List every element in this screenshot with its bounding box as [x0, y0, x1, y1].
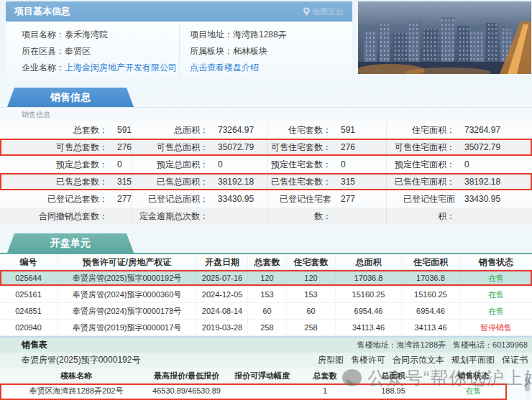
- field-value: 0: [341, 156, 346, 173]
- field-label: 住宅套数：: [268, 121, 331, 139]
- field-value: 73264.97: [218, 121, 254, 139]
- unit-permit: 奉贤房管(2024)预字0000360号: [58, 287, 197, 302]
- map-locate-label: 地图定位: [312, 6, 344, 17]
- table-row: 预定总套数：0 预定总面积：0 预定住宅套数：0 预定住宅面积：0: [0, 156, 532, 173]
- building-name: 奉贤区海湾路1288弄202号: [0, 383, 152, 400]
- status-badge: 在售: [440, 383, 507, 400]
- unit-total: 258: [248, 320, 287, 335]
- field-label: 已登记住宅面积：: [387, 190, 455, 208]
- field-label: 预定总面积：: [132, 156, 208, 173]
- project-photo: [358, 1, 531, 74]
- unit-total: 60: [248, 303, 287, 319]
- unit-id: 025644: [0, 270, 58, 286]
- unit-res: 258: [287, 320, 336, 335]
- company-label: 企业名称：: [22, 62, 65, 73]
- project-name-label: 项目名称：: [22, 29, 65, 39]
- opening-units-header-row: 编号 预售许可证/房地产权证 开盘日期 总套数 住宅套数 总面积 住宅面积 销售…: [0, 253, 532, 270]
- table-row-highlighted: 已售总套数：315 已售总面积：38192.18 已售住宅套数：315 已售住宅…: [0, 173, 532, 190]
- scrollbar-thumb[interactable]: [525, 377, 530, 391]
- tab-sales-info[interactable]: 销售信息: [7, 88, 134, 107]
- map-pin-icon: [303, 7, 310, 16]
- company-link[interactable]: 上海金闵房地产开发有限公司: [65, 62, 177, 73]
- sales-office-phone: 售楼电话：60139968: [453, 340, 528, 350]
- top-section: 项目基本信息 地图定位 项目名称：泰禾海湾院 所在区县：奉贤区 企业名称：上海金…: [0, 0, 532, 78]
- sales-info-table: 总套数：591 总面积：73264.97 住宅套数：591 住宅面积：73264…: [0, 121, 532, 225]
- sales-office-address: 售楼地址：海湾路1288弄: [357, 340, 446, 350]
- status-badge: 在售: [460, 270, 532, 286]
- plate-value: 柘林板块: [233, 46, 267, 56]
- opening-unit-row[interactable]: 024851 奉贤房管(2024)预字0000178号 2024-08-14 6…: [0, 303, 532, 320]
- column-header: 楼栋名称: [0, 368, 152, 383]
- field-label: [387, 208, 455, 225]
- map-locate-link[interactable]: 地图定位: [303, 6, 344, 17]
- unit-permit: 奉贤房管(2019)预字0000017号: [58, 320, 197, 335]
- district-value: 奉贤区: [65, 46, 91, 56]
- scrollbar[interactable]: [525, 368, 530, 399]
- project-info-right-col: 项目地址：海湾路1288弄 所属板块：柘林板块 点击查看楼盘介绍: [179, 24, 352, 78]
- contract-sample-link[interactable]: 合同示范文本: [393, 354, 444, 366]
- column-header: 最高报价/最低报价: [152, 368, 221, 383]
- opening-unit-row[interactable]: 025161 奉贤房管(2024)预字0000360号 2024-12-05 1…: [0, 287, 532, 303]
- tab-opening-units[interactable]: 开盘单元: [7, 233, 134, 253]
- status-badge: 在售: [460, 287, 532, 302]
- field-label: 可售住宅面积：: [387, 139, 455, 156]
- field-label: 可售总面积：: [132, 139, 208, 156]
- table-row: 合同撤销总套数： 定金逾期总次数：: [0, 208, 532, 225]
- field-label: [268, 208, 331, 225]
- field-value: 277: [117, 190, 132, 208]
- permit-number: 奉贤房管(2025)预字0000192号: [22, 354, 140, 366]
- table-row: 已登记总套数：277 已登记总面积：33430.95 已登记住宅套数：277 已…: [0, 190, 532, 208]
- field-label: 已登记总面积：: [132, 190, 208, 208]
- field-label: 合同撤销总套数：: [0, 208, 108, 225]
- column-header: 住宅面积: [402, 254, 460, 269]
- sales-table-section: 销售表 售楼地址：海湾路1288弄 售楼电话：60139968 奉贤房管(202…: [0, 338, 532, 400]
- field-label: 已售住宅面积：: [387, 173, 455, 190]
- field-label: 已登记总套数：: [0, 190, 108, 208]
- opening-unit-row-featured[interactable]: 025644 奉贤房管(2025)预字0000192号 2025-07-16 1…: [0, 270, 532, 287]
- table-row-highlighted: 可售总套数：276 可售总面积：35072.79 可售住宅套数：276 可售住宅…: [0, 139, 532, 156]
- field-value: 0: [218, 156, 223, 173]
- unit-res-area: 6954.46: [402, 303, 460, 319]
- building-row[interactable]: 奉贤区海湾路1288弄202号 46530.89/46530.89 1 188.…: [0, 383, 507, 400]
- sales-permit-link[interactable]: 售楼许可: [351, 354, 385, 366]
- unit-area: 34113.46: [336, 320, 402, 335]
- unit-date: 2019-03-28: [197, 320, 248, 335]
- project-panel-title: 项目基本信息: [14, 5, 70, 18]
- opening-units-section: 开盘单元 编号 预售许可证/房地产权证 开盘日期 总套数 住宅套数 总面积 住宅…: [0, 233, 532, 338]
- sales-info-section: 销售信息 销售信息 总套数：591 总面积：73264.97 住宅套数：591 …: [0, 88, 532, 225]
- field-value: 33430.95: [218, 190, 254, 208]
- field-label: 可售住宅套数：: [268, 139, 331, 156]
- field-label: 预定住宅面积：: [387, 156, 455, 173]
- unit-total: 153: [248, 287, 287, 302]
- column-header: 报价可浮动幅度: [221, 368, 303, 383]
- field-label: 已售总套数：: [0, 173, 108, 190]
- column-header: 销售状态: [460, 254, 532, 269]
- field-label: 定金逾期总次数：: [132, 208, 208, 225]
- floor-plan-link[interactable]: 房型图: [318, 354, 344, 366]
- unit-id: 025161: [0, 287, 58, 302]
- tab-sales-info-label: 销售信息: [50, 91, 91, 103]
- column-header: 开盘日期: [197, 254, 248, 269]
- project-basic-info-panel: 项目基本信息 地图定位 项目名称：泰禾海湾院 所在区县：奉贤区 企业名称：上海金…: [6, 1, 352, 78]
- estate-intro-link[interactable]: 点击查看楼盘介绍: [190, 62, 259, 73]
- sales-table-header-row: 楼栋名称 最高报价/最低报价 报价可浮动幅度 总套数 总面积 销售状态: [0, 368, 507, 383]
- guarantee-link[interactable]: 保证书: [502, 354, 528, 366]
- field-label: 预定总套数：: [0, 156, 108, 173]
- field-value: 35072.79: [218, 139, 254, 156]
- field-value: 0: [464, 156, 469, 173]
- column-header: 总套数: [248, 254, 287, 269]
- unit-id: 020940: [0, 320, 58, 335]
- opening-unit-row[interactable]: 020940 奉贤房管(2019)预字0000017号 2019-03-28 2…: [0, 320, 532, 336]
- planning-map-link[interactable]: 规划平面图: [451, 354, 495, 366]
- project-panel-header: 项目基本信息 地图定位: [6, 1, 352, 22]
- unit-date: 2025-07-16: [197, 270, 248, 286]
- unit-id: 024851: [0, 303, 58, 319]
- column-header: 编号: [0, 254, 58, 269]
- field-value: 276: [341, 139, 355, 156]
- table-row: 总套数：591 总面积：73264.97 住宅套数：591 住宅面积：73264…: [0, 121, 532, 139]
- unit-total: 120: [248, 270, 287, 286]
- building-total: 1: [303, 383, 347, 400]
- column-header: 总套数: [303, 368, 347, 383]
- unit-res: 153: [287, 287, 336, 302]
- column-header: 销售状态: [440, 368, 507, 383]
